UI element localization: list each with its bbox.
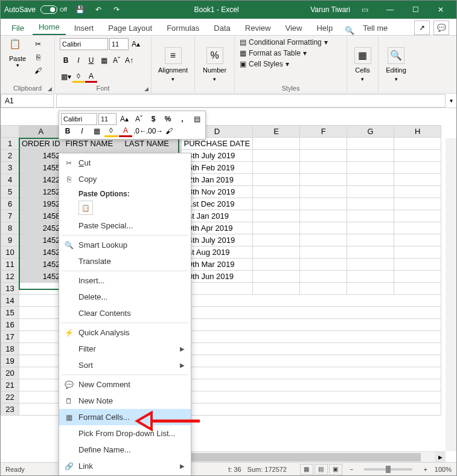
editing-icon[interactable]: 🔍 — [388, 47, 404, 64]
column-header[interactable]: A — [19, 126, 63, 138]
cm-quick-analysis[interactable]: ⚡Quick Analysis — [59, 324, 191, 341]
cell[interactable]: 2452 — [19, 222, 63, 234]
font-size-up-icon[interactable]: A↑ — [123, 54, 135, 66]
scroll-right-icon[interactable]: ▶ — [435, 452, 446, 463]
cell[interactable] — [300, 162, 347, 174]
cell[interactable] — [300, 186, 347, 198]
cell[interactable] — [347, 283, 394, 295]
clipboard-launcher[interactable]: ◢ — [48, 86, 52, 92]
autosave-toggle[interactable] — [40, 5, 57, 14]
cell[interactable] — [300, 259, 347, 271]
view-page-layout-icon[interactable]: ▤ — [315, 464, 328, 475]
cell[interactable] — [394, 198, 441, 210]
cm-new-comment[interactable]: 💬New Comment — [59, 376, 191, 393]
cell[interactable] — [394, 271, 441, 283]
cell[interactable] — [253, 150, 300, 162]
cm-format-cells[interactable]: ▦Format Cells... — [59, 409, 191, 425]
copy-icon[interactable]: ⎘ — [32, 51, 44, 63]
cell[interactable]: 1952 — [19, 198, 63, 210]
view-page-break-icon[interactable]: ▣ — [329, 464, 342, 475]
format-painter-icon[interactable]: 🖌 — [32, 65, 44, 77]
tab-data[interactable]: Data — [208, 21, 236, 35]
tab-help[interactable]: Help — [310, 21, 339, 35]
borders-dropdown-icon[interactable]: ▦▾ — [60, 71, 72, 83]
cell[interactable] — [394, 138, 441, 150]
ribbon-options-icon[interactable]: ▭ — [353, 1, 377, 19]
conditional-formatting-button[interactable]: ▤Conditional Formatting ▾ — [240, 38, 342, 47]
row-header[interactable]: 23 — [1, 404, 19, 416]
cell[interactable]: 1452 — [19, 234, 63, 246]
cell[interactable]: ORDER ID — [19, 138, 63, 150]
cell[interactable] — [253, 174, 300, 186]
number-format-icon[interactable]: % — [206, 47, 223, 64]
cell[interactable] — [253, 271, 300, 283]
mini-comma-icon[interactable]: , — [176, 113, 189, 125]
cell[interactable]: 24th July 2019 — [181, 150, 253, 162]
cell[interactable] — [300, 138, 347, 150]
cell[interactable] — [300, 198, 347, 210]
grow-font-icon[interactable]: A▴ — [130, 38, 142, 50]
cm-delete[interactable]: Delete... — [59, 289, 191, 305]
paste-label[interactable]: Paste — [9, 55, 26, 62]
mini-fill-color-icon[interactable]: ◊ — [104, 125, 118, 137]
cell[interactable]: 1452 — [19, 271, 63, 283]
font-launcher[interactable]: ◢ — [144, 86, 149, 92]
name-box[interactable] — [1, 94, 54, 108]
cells-icon[interactable]: ▦ — [354, 47, 371, 64]
mini-format-painter-icon[interactable]: 🖌 — [162, 125, 176, 137]
cell[interactable] — [300, 210, 347, 222]
cell[interactable]: 10th Jun 2019 — [181, 271, 253, 283]
cm-link[interactable]: 🔗Link▶ — [59, 458, 191, 474]
cm-define-name[interactable]: Define Name... — [59, 442, 191, 458]
cell[interactable] — [300, 222, 347, 234]
search-icon[interactable]: 🔍 — [345, 26, 354, 35]
cell[interactable]: 1452 — [19, 259, 63, 271]
cell[interactable] — [394, 283, 441, 295]
font-size-select[interactable] — [109, 38, 129, 50]
formula-bar[interactable] — [56, 94, 446, 108]
cell[interactable] — [347, 222, 394, 234]
cell[interactable] — [394, 174, 441, 186]
row-header[interactable]: 21 — [1, 379, 19, 391]
cm-insert[interactable]: Insert... — [59, 272, 191, 289]
view-normal-icon[interactable]: ▦ — [300, 464, 313, 475]
cell[interactable] — [347, 138, 394, 150]
row-header[interactable]: 16 — [1, 319, 19, 331]
cm-smart-lookup[interactable]: 🔍Smart Lookup — [59, 237, 191, 253]
mini-decrease-decimal-icon[interactable]: .0← — [133, 125, 147, 137]
mini-increase-decimal-icon[interactable]: .00→ — [148, 125, 161, 137]
cell[interactable] — [300, 271, 347, 283]
row-header[interactable]: 22 — [1, 391, 19, 404]
tab-file[interactable]: File — [5, 21, 30, 35]
cell[interactable] — [253, 186, 300, 198]
cell[interactable] — [300, 234, 347, 246]
cell[interactable] — [253, 259, 300, 271]
undo-icon[interactable]: ↶ — [92, 4, 104, 16]
tell-me[interactable]: Tell me — [357, 21, 394, 35]
mini-size-select[interactable] — [98, 113, 117, 125]
maximize-button[interactable]: ☐ — [403, 1, 427, 19]
editing-label[interactable]: Editing — [386, 66, 406, 74]
close-button[interactable]: ✕ — [429, 1, 453, 19]
mini-currency-icon[interactable]: $ — [147, 113, 160, 125]
cell[interactable] — [300, 174, 347, 186]
tab-insert[interactable]: Insert — [68, 21, 100, 35]
row-header[interactable]: 1 — [1, 138, 19, 150]
tab-formulas[interactable]: Formulas — [161, 21, 205, 35]
cell[interactable]: 18th Nov 2019 — [181, 186, 253, 198]
cell[interactable] — [253, 162, 300, 174]
row-header[interactable]: 11 — [1, 259, 19, 271]
cell[interactable]: 1st Aug 2019 — [181, 246, 253, 259]
font-color-icon[interactable]: A — [85, 71, 97, 83]
cm-cut[interactable]: ✂CuCutt — [59, 155, 191, 171]
redo-icon[interactable]: ↷ — [110, 4, 123, 16]
font-name-select[interactable] — [60, 38, 108, 50]
cell[interactable]: 19th Mar 2019 — [181, 259, 253, 271]
cell[interactable]: 12th Jan 2019 — [181, 174, 253, 186]
alignment-label[interactable]: Alignment — [158, 66, 188, 74]
tab-review[interactable]: Review — [239, 21, 277, 35]
column-header[interactable]: G — [347, 126, 394, 138]
cell[interactable]: 19th Apr 2019 — [181, 222, 253, 234]
cell[interactable] — [347, 259, 394, 271]
cell[interactable]: 1252 — [19, 186, 63, 198]
